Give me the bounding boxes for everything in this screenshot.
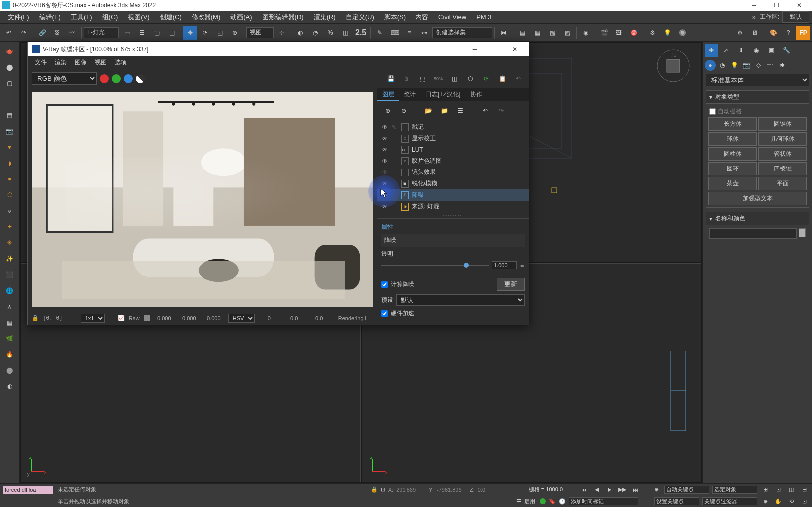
viewport-nav-1[interactable]: ⊞ — [760, 485, 770, 495]
select-region-button[interactable]: ▢ — [150, 26, 164, 40]
hw-accel-check[interactable] — [381, 310, 388, 317]
sparkle-icon[interactable]: ✨ — [2, 251, 18, 266]
layer-filmic[interactable]: 👁○胶片色调图 — [377, 155, 529, 167]
vfb-tab-stats[interactable]: 统计 — [399, 88, 421, 101]
vray-settings-button[interactable]: ⚙ — [733, 26, 747, 40]
sunlight-icon[interactable]: ☀ — [2, 235, 18, 250]
viewport-nav-5[interactable]: ⊕ — [760, 496, 770, 506]
layer-add-icon[interactable]: ⊕ — [381, 104, 394, 117]
camera-icon[interactable]: 📷 — [2, 124, 18, 139]
time-config-button[interactable]: ⊕ — [651, 485, 661, 495]
maximize-button[interactable]: ☐ — [765, 0, 788, 11]
add-time-tag[interactable] — [569, 497, 638, 505]
prim-cylinder[interactable]: 圆柱体 — [708, 147, 757, 161]
menu-content[interactable]: 内容 — [410, 11, 433, 23]
lights-subtab[interactable]: 💡 — [729, 60, 740, 71]
viewport-nav-3[interactable]: ◫ — [786, 485, 796, 495]
auto-key-button[interactable] — [664, 486, 709, 494]
play-button[interactable]: ▶ — [605, 485, 614, 495]
prim-cone[interactable]: 圆锥体 — [758, 117, 807, 131]
layer-denoise[interactable]: 👁⊡降噪 — [377, 189, 529, 201]
undo-button[interactable]: ↶ — [2, 26, 16, 40]
layer-sharpen[interactable]: 👁▣锐化/模糊 — [377, 178, 529, 189]
render-view[interactable] — [28, 88, 377, 311]
motion-tab[interactable]: ◉ — [750, 44, 763, 57]
layer-lens-fx[interactable]: 👁□镜头效果 — [377, 167, 529, 178]
menu-anim[interactable]: 动画(A) — [225, 11, 257, 23]
vfb-tab-layers[interactable]: 图层 — [377, 88, 399, 101]
help-button[interactable]: ? — [781, 26, 795, 40]
category-select[interactable]: 标准基本体 — [706, 74, 809, 86]
prim-tube[interactable]: 管状体 — [758, 147, 807, 161]
clear-icon[interactable]: 🗎 — [400, 72, 413, 85]
cube-icon[interactable]: ⬛ — [2, 267, 18, 282]
bind-button[interactable]: 〰 — [65, 26, 79, 40]
sphere-icon[interactable]: ⬤ — [2, 60, 18, 75]
modify-tab[interactable]: ⬀ — [720, 44, 733, 57]
gray-sphere-icon[interactable]: ⬤ — [2, 363, 18, 378]
vfb-menu-view[interactable]: 视图 — [91, 57, 111, 68]
box-icon[interactable]: ▢ — [2, 76, 18, 91]
viewport-nav-4[interactable]: ⊟ — [799, 485, 809, 495]
menu-civil[interactable]: Civil View — [433, 12, 471, 22]
layer-source[interactable]: 👁◉来源: 灯混 — [377, 201, 529, 212]
vfb-menu-render[interactable]: 渲染 — [51, 57, 71, 68]
vfb-maximize[interactable]: ☐ — [485, 46, 505, 53]
render-frame-button[interactable]: 🖼 — [612, 26, 626, 40]
utilities-tab[interactable]: 🔧 — [780, 44, 793, 57]
vfb-tab-log[interactable]: 日志[TZ汉化] — [421, 88, 465, 101]
menu-tools[interactable]: 工具(T) — [66, 11, 97, 23]
redo-button[interactable]: ↷ — [17, 26, 31, 40]
name-color-rollout[interactable]: ▾名称和颜色 — [706, 212, 809, 225]
prim-plane[interactable]: 平面 — [758, 177, 807, 190]
object-name-input[interactable] — [709, 228, 797, 239]
vfb-minimize[interactable]: ─ — [465, 46, 485, 53]
fp-button[interactable]: FP — [796, 26, 810, 40]
render-button[interactable]: 🎯 — [627, 26, 641, 40]
link-icon[interactable]: ⬡ — [464, 72, 477, 85]
prim-geosphere[interactable]: 几何球体 — [758, 132, 807, 146]
vfb-menu-image[interactable]: 图像 — [71, 57, 91, 68]
script-listener[interactable]: forced dll loa — [3, 486, 53, 494]
light-icon[interactable]: ▼ — [2, 140, 18, 155]
placement-button[interactable]: ⊕ — [228, 26, 242, 40]
viewport-nav-6[interactable]: ✋ — [773, 496, 783, 506]
layer-stamp[interactable]: 👁✎□戳记 — [377, 121, 529, 133]
lock-icon[interactable]: 🔒 — [32, 315, 39, 321]
script-icon[interactable]: ☰ — [516, 498, 521, 505]
layer-undo-icon[interactable]: ↶ — [479, 104, 492, 117]
spacewarps-subtab[interactable]: 〰 — [765, 60, 776, 71]
set-key-button[interactable] — [654, 497, 699, 505]
unlink-button[interactable]: ⛓ — [50, 26, 64, 40]
viewcube[interactable]: 北 — [656, 48, 691, 83]
sets-button[interactable]: ≡ — [403, 26, 416, 40]
half-icon[interactable]: 50% — [432, 72, 445, 85]
rotate-button[interactable]: ⟳ — [198, 26, 212, 40]
pivot-button[interactable]: ⊹ — [275, 26, 289, 40]
prim-textplus[interactable]: 加强型文本 — [708, 192, 807, 205]
layers-icon[interactable]: ≣ — [2, 92, 18, 107]
keyboard-button[interactable]: ⌨ — [388, 26, 402, 40]
viewport-nav-8[interactable]: ⊡ — [799, 496, 809, 506]
scale-button[interactable]: ◱ — [213, 26, 227, 40]
menu-script[interactable]: 脚本(S) — [379, 11, 410, 23]
fur-icon[interactable]: ✦ — [2, 219, 18, 234]
create-tab[interactable]: ✚ — [705, 44, 718, 57]
vray-light-button[interactable]: 💡 — [660, 26, 674, 40]
save-icon[interactable]: 💾 — [384, 72, 397, 85]
menu-pm3[interactable]: PM 3 — [471, 12, 496, 22]
sun-icon[interactable]: ● — [2, 171, 18, 186]
prim-teapot[interactable]: 茶壶 — [708, 177, 757, 190]
grid-icon[interactable]: ▦ — [2, 315, 18, 330]
vray-mat-button[interactable]: 🔘 — [675, 26, 689, 40]
prim-pyramid[interactable]: 四棱锥 — [758, 162, 807, 175]
layer-list-icon[interactable]: ☰ — [454, 104, 467, 117]
fire-icon[interactable]: 🔥 — [2, 347, 18, 362]
menu-modifier[interactable]: 修改器(M) — [187, 11, 226, 23]
lock-sel-icon[interactable]: 🔒 — [371, 486, 378, 493]
zoom-select[interactable]: 1x1 — [81, 314, 105, 323]
prev-frame-button[interactable]: ◀ — [592, 485, 602, 495]
copy-icon[interactable]: 📋 — [496, 72, 509, 85]
selection-filter[interactable] — [84, 27, 119, 38]
select-name-button[interactable]: ☰ — [135, 26, 149, 40]
